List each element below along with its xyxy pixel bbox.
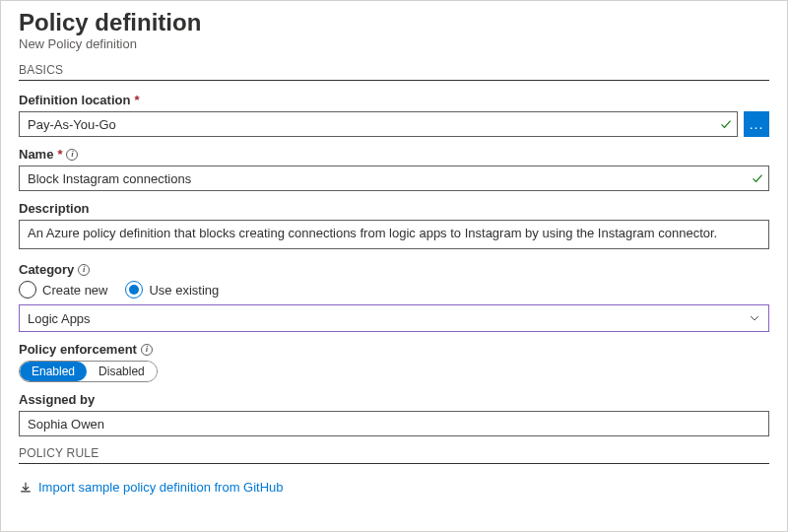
assigned-by-input[interactable] [19, 411, 769, 436]
check-icon [720, 118, 732, 130]
section-policy-rule: POLICY RULE [19, 446, 769, 464]
label-assigned-by: Assigned by [19, 392, 95, 407]
category-select[interactable]: Logic Apps [19, 304, 769, 332]
page-title: Policy definition [19, 9, 769, 36]
browse-location-button[interactable]: ... [744, 111, 769, 137]
definition-location-input[interactable] [19, 111, 738, 137]
field-policy-enforcement: Policy enforcement i Enabled Disabled [19, 342, 769, 382]
label-policy-enforcement: Policy enforcement [19, 342, 137, 357]
field-description: Description [19, 201, 769, 252]
category-select-value: Logic Apps [28, 311, 91, 326]
radio-use-existing-label: Use existing [149, 283, 219, 298]
section-basics: BASICS [19, 63, 769, 81]
check-icon [752, 172, 763, 184]
info-icon[interactable]: i [141, 344, 153, 356]
name-input[interactable] [19, 166, 769, 191]
description-input[interactable] [19, 220, 769, 249]
import-github-link-label: Import sample policy definition from Git… [38, 480, 284, 495]
field-name: Name * i [19, 147, 769, 191]
required-marker: * [134, 93, 139, 107]
label-category: Category [19, 262, 74, 277]
page-subtitle: New Policy definition [19, 36, 769, 51]
field-assigned-by: Assigned by [19, 392, 769, 436]
label-description: Description [19, 201, 90, 216]
label-name: Name [19, 147, 53, 162]
enforcement-disabled[interactable]: Disabled [87, 362, 157, 381]
chevron-down-icon [749, 312, 760, 324]
field-definition-location: Definition location * ... [19, 93, 769, 137]
enforcement-toggle[interactable]: Enabled Disabled [19, 361, 158, 382]
info-icon[interactable]: i [66, 149, 78, 161]
radio-create-new-label: Create new [42, 283, 107, 298]
field-category: Category i Create new Use existing Logic… [19, 262, 769, 332]
info-icon[interactable]: i [78, 264, 90, 276]
radio-create-new[interactable]: Create new [19, 281, 107, 299]
import-github-link[interactable]: Import sample policy definition from Git… [19, 480, 284, 495]
enforcement-enabled[interactable]: Enabled [20, 362, 87, 381]
radio-use-existing[interactable]: Use existing [125, 281, 219, 299]
label-definition-location: Definition location [19, 93, 130, 107]
required-marker: * [57, 147, 62, 162]
download-icon [19, 481, 33, 495]
